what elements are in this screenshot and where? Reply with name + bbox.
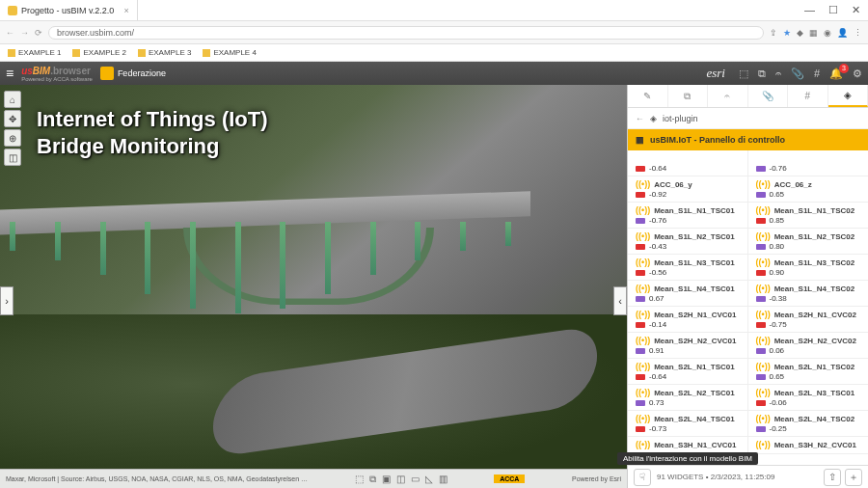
nav-forward-icon[interactable]: → xyxy=(20,28,29,38)
sensor-widget[interactable]: ((•))Mean_S1L_N1_TSC01-0.76 xyxy=(628,203,748,228)
status-dot-icon xyxy=(756,426,766,432)
extension-icon[interactable]: ◉ xyxy=(824,28,831,38)
sensor-widget[interactable]: ((•))Mean_S1L_N2_TSC01-0.43 xyxy=(628,229,748,254)
attach-icon[interactable]: 📎 xyxy=(791,68,804,80)
sensor-widget[interactable]: ((•))Mean_S2L_N1_TSC020.65 xyxy=(748,359,869,384)
sensor-widget[interactable]: ((•))Mean_S3H_N1_CVC01 xyxy=(628,437,748,453)
extension-icon[interactable]: ▦ xyxy=(809,28,818,38)
bottom-tool-icon[interactable]: ⧉ xyxy=(369,474,376,485)
share-icon[interactable]: ⇪ xyxy=(770,28,777,38)
status-dot-icon xyxy=(756,192,766,198)
sensor-value: 0.91 xyxy=(649,346,665,355)
profile-icon[interactable]: 👤 xyxy=(837,28,848,38)
sensor-widget[interactable]: ((•))Mean_S2L_N2_TSC010.73 xyxy=(628,385,748,410)
signal-icon: ((•)) xyxy=(756,205,771,215)
panel-tab-iot[interactable]: ◈ xyxy=(828,85,869,107)
signal-icon: ((•)) xyxy=(756,388,771,397)
bookmark-item[interactable]: EXAMPLE 4 xyxy=(203,48,256,57)
panel-expand-right-icon[interactable]: ‹ xyxy=(613,286,627,315)
link-icon[interactable]: 𝄐 xyxy=(775,68,781,80)
window-close-icon[interactable]: ✕ xyxy=(852,4,860,16)
bookmark-item[interactable]: EXAMPLE 3 xyxy=(138,48,191,57)
sensor-widget[interactable]: ((•))Mean_S1L_N3_TSC020.90 xyxy=(748,255,869,280)
bottom-tool-icon[interactable]: ⬚ xyxy=(355,474,364,485)
sensor-name: Mean_S1L_N2_TSC02 xyxy=(774,232,855,241)
browser-tab[interactable]: Progetto - usBIM v.2.2.0 × xyxy=(0,0,138,20)
sensor-widget[interactable]: ((•))Mean_S2L_N4_TSC01-0.73 xyxy=(628,411,748,436)
panel-tab[interactable]: # xyxy=(788,85,828,107)
sensor-widget[interactable]: ((•))Mean_S3H_N2_CVC01 xyxy=(748,437,869,453)
cube-tool-icon[interactable]: ◫ xyxy=(4,149,21,166)
viewport-3d[interactable]: Internet of Things (IoT) Bridge Monitori… xyxy=(0,85,627,488)
widgets-status: 91 WIDGETS • 2/3/2023, 11:25:09 xyxy=(657,473,774,481)
panel-tab[interactable]: 𝄐 xyxy=(708,85,748,107)
export-icon[interactable]: ⇧ xyxy=(824,469,841,486)
settings-gear-icon[interactable]: ⚙ xyxy=(853,68,862,80)
nav-reload-icon[interactable]: ⟳ xyxy=(35,28,42,38)
sensor-widget[interactable]: ((•))ACC_06_y-0.92 xyxy=(628,176,748,202)
status-dot-icon xyxy=(636,322,645,328)
status-dot-icon xyxy=(636,244,645,250)
sensor-value: -0.92 xyxy=(649,190,666,199)
bottom-tool-icon[interactable]: ◫ xyxy=(396,474,405,485)
home-tool-icon[interactable]: ⌂ xyxy=(4,91,21,108)
sensor-widget[interactable]: ((•))Mean_S2H_N1_CVC02-0.75 xyxy=(748,307,869,332)
sensor-widget[interactable]: ((•))Mean_S2L_N4_TSC02-0.25 xyxy=(748,411,869,436)
sensor-widget[interactable]: ((•))Mean_S1L_N4_TSC02-0.38 xyxy=(748,281,869,306)
panel-expand-left-icon[interactable]: › xyxy=(0,286,14,315)
sensor-widget[interactable]: ((•))Mean_S1L_N2_TSC020.80 xyxy=(748,229,869,254)
sensor-widget[interactable]: ((•))-0.76 xyxy=(748,150,869,176)
sensor-widget[interactable]: ((•))Mean_S1L_N1_TSC020.85 xyxy=(748,203,869,228)
sensor-widget[interactable]: ((•))Mean_S1L_N4_TSC010.67 xyxy=(628,281,748,306)
menu-dots-icon[interactable]: ⋮ xyxy=(854,28,862,38)
tab-close-icon[interactable]: × xyxy=(123,6,128,15)
copy-icon[interactable]: ⧉ xyxy=(758,68,766,80)
sensor-row: ((•))Mean_S1L_N3_TSC01-0.56((•))Mean_S1L… xyxy=(628,255,868,281)
bookmark-star-icon[interactable]: ★ xyxy=(783,28,791,38)
bookmark-item[interactable]: EXAMPLE 1 xyxy=(8,48,61,57)
signal-icon: ((•)) xyxy=(756,336,771,345)
hamburger-menu-icon[interactable]: ≡ xyxy=(6,66,14,81)
sensor-widget[interactable]: ((•))Mean_S2H_N1_CVC01-0.14 xyxy=(628,307,748,332)
window-minimize-icon[interactable]: — xyxy=(804,4,815,16)
signal-icon: ((•)) xyxy=(636,362,650,371)
panel-tab[interactable]: ✎ xyxy=(628,85,668,107)
sensor-widget[interactable]: ((•))Mean_S1L_N3_TSC01-0.56 xyxy=(628,255,748,280)
bottom-tool-icon[interactable]: ◺ xyxy=(425,474,433,485)
bookmark-item[interactable]: EXAMPLE 2 xyxy=(72,48,125,57)
sensor-widget[interactable]: ((•))Mean_S2L_N3_TSC01-0.06 xyxy=(748,385,869,410)
notification-bell-icon[interactable]: 🔔3 xyxy=(829,68,843,80)
bottom-tool-icon[interactable]: ▣ xyxy=(382,474,391,485)
sensor-name: Mean_S2H_N2_CVC01 xyxy=(654,337,736,345)
window-maximize-icon[interactable]: ☐ xyxy=(828,4,838,16)
layers-icon[interactable]: ⬚ xyxy=(739,68,748,80)
sensor-widget[interactable]: ((•))ACC_06_z0.65 xyxy=(748,176,869,202)
bottom-tool-icon[interactable]: ▭ xyxy=(411,474,420,485)
app-logo: usBIM.browser Powered by ACCA software xyxy=(21,66,93,82)
sensor-widget[interactable]: ((•))Mean_S2L_N1_TSC01-0.64 xyxy=(628,359,748,384)
sensor-name: Mean_S1L_N1_TSC02 xyxy=(774,206,855,215)
status-dot-icon xyxy=(756,270,766,276)
sensor-list[interactable]: ((•))-0.64((•))-0.76((•))ACC_06_y-0.92((… xyxy=(628,150,868,465)
target-tool-icon[interactable]: ⊕ xyxy=(4,129,21,147)
bottom-tool-icon[interactable]: ▥ xyxy=(439,474,448,485)
hash-icon[interactable]: # xyxy=(814,68,820,79)
panel-tab[interactable]: ⧉ xyxy=(668,85,709,107)
extension-icon[interactable]: ◆ xyxy=(797,28,803,38)
nav-back-icon[interactable]: ← xyxy=(6,28,14,38)
interaction-toggle-button[interactable]: ☟ xyxy=(634,469,651,486)
url-input[interactable]: browser.usbim.com/ xyxy=(48,26,764,40)
signal-icon: ((•)) xyxy=(636,231,650,241)
sensor-widget[interactable]: ((•))-0.64 xyxy=(628,150,748,176)
status-dot-icon xyxy=(756,166,766,172)
sensor-row: ((•))Mean_S2H_N2_CVC010.91((•))Mean_S2H_… xyxy=(628,333,868,359)
sensor-value: -0.06 xyxy=(770,398,787,407)
back-arrow-icon[interactable]: ← xyxy=(636,114,644,123)
add-widget-button[interactable]: ＋ xyxy=(845,469,862,486)
sensor-widget[interactable]: ((•))Mean_S2H_N2_CVC020.06 xyxy=(748,333,869,358)
panel-tab[interactable]: 📎 xyxy=(748,85,789,107)
federation-button[interactable]: Federazione xyxy=(100,67,166,80)
sensor-widget[interactable]: ((•))Mean_S2H_N2_CVC010.91 xyxy=(628,333,748,358)
sensor-name: Mean_S2H_N1_CVC02 xyxy=(774,311,856,319)
nav-tool-icon[interactable]: ✥ xyxy=(4,110,21,127)
